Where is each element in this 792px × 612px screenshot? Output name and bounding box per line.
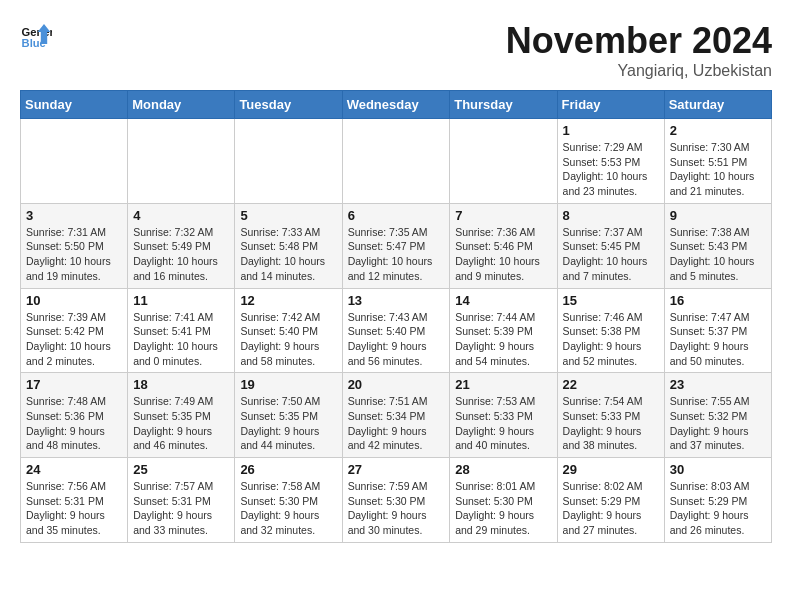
calendar-cell: 29Sunrise: 8:02 AM Sunset: 5:29 PM Dayli… [557,458,664,543]
day-info: Sunrise: 7:35 AM Sunset: 5:47 PM Dayligh… [348,225,445,284]
day-info: Sunrise: 7:55 AM Sunset: 5:32 PM Dayligh… [670,394,766,453]
header-row: SundayMondayTuesdayWednesdayThursdayFrid… [21,91,772,119]
day-number: 4 [133,208,229,223]
calendar-week-row: 3Sunrise: 7:31 AM Sunset: 5:50 PM Daylig… [21,203,772,288]
calendar-cell: 13Sunrise: 7:43 AM Sunset: 5:40 PM Dayli… [342,288,450,373]
day-number: 22 [563,377,659,392]
day-info: Sunrise: 7:36 AM Sunset: 5:46 PM Dayligh… [455,225,551,284]
title-block: November 2024 Yangiariq, Uzbekistan [506,20,772,80]
calendar-cell [128,119,235,204]
weekday-header: Tuesday [235,91,342,119]
day-info: Sunrise: 7:42 AM Sunset: 5:40 PM Dayligh… [240,310,336,369]
day-info: Sunrise: 7:38 AM Sunset: 5:43 PM Dayligh… [670,225,766,284]
day-number: 14 [455,293,551,308]
month-title: November 2024 [506,20,772,62]
weekday-header: Friday [557,91,664,119]
day-number: 25 [133,462,229,477]
day-number: 26 [240,462,336,477]
calendar-cell: 4Sunrise: 7:32 AM Sunset: 5:49 PM Daylig… [128,203,235,288]
logo-icon: General Blue [20,20,52,52]
day-number: 16 [670,293,766,308]
day-number: 9 [670,208,766,223]
day-info: Sunrise: 7:56 AM Sunset: 5:31 PM Dayligh… [26,479,122,538]
day-number: 8 [563,208,659,223]
day-info: Sunrise: 7:50 AM Sunset: 5:35 PM Dayligh… [240,394,336,453]
day-info: Sunrise: 8:02 AM Sunset: 5:29 PM Dayligh… [563,479,659,538]
calendar-cell: 21Sunrise: 7:53 AM Sunset: 5:33 PM Dayli… [450,373,557,458]
calendar-cell [342,119,450,204]
day-info: Sunrise: 7:44 AM Sunset: 5:39 PM Dayligh… [455,310,551,369]
calendar-week-row: 1Sunrise: 7:29 AM Sunset: 5:53 PM Daylig… [21,119,772,204]
day-info: Sunrise: 7:43 AM Sunset: 5:40 PM Dayligh… [348,310,445,369]
weekday-header: Thursday [450,91,557,119]
calendar-cell: 11Sunrise: 7:41 AM Sunset: 5:41 PM Dayli… [128,288,235,373]
day-number: 30 [670,462,766,477]
calendar-cell [21,119,128,204]
day-info: Sunrise: 7:32 AM Sunset: 5:49 PM Dayligh… [133,225,229,284]
day-number: 18 [133,377,229,392]
weekday-header: Sunday [21,91,128,119]
calendar-cell: 10Sunrise: 7:39 AM Sunset: 5:42 PM Dayli… [21,288,128,373]
calendar-cell: 7Sunrise: 7:36 AM Sunset: 5:46 PM Daylig… [450,203,557,288]
day-info: Sunrise: 7:30 AM Sunset: 5:51 PM Dayligh… [670,140,766,199]
day-info: Sunrise: 7:53 AM Sunset: 5:33 PM Dayligh… [455,394,551,453]
day-number: 19 [240,377,336,392]
day-info: Sunrise: 7:31 AM Sunset: 5:50 PM Dayligh… [26,225,122,284]
day-number: 20 [348,377,445,392]
calendar-table: SundayMondayTuesdayWednesdayThursdayFrid… [20,90,772,543]
day-info: Sunrise: 7:58 AM Sunset: 5:30 PM Dayligh… [240,479,336,538]
calendar-body: 1Sunrise: 7:29 AM Sunset: 5:53 PM Daylig… [21,119,772,543]
day-number: 6 [348,208,445,223]
calendar-week-row: 10Sunrise: 7:39 AM Sunset: 5:42 PM Dayli… [21,288,772,373]
day-info: Sunrise: 7:59 AM Sunset: 5:30 PM Dayligh… [348,479,445,538]
day-info: Sunrise: 8:03 AM Sunset: 5:29 PM Dayligh… [670,479,766,538]
calendar-cell: 1Sunrise: 7:29 AM Sunset: 5:53 PM Daylig… [557,119,664,204]
day-number: 23 [670,377,766,392]
calendar-cell: 26Sunrise: 7:58 AM Sunset: 5:30 PM Dayli… [235,458,342,543]
calendar-cell: 8Sunrise: 7:37 AM Sunset: 5:45 PM Daylig… [557,203,664,288]
calendar-cell: 5Sunrise: 7:33 AM Sunset: 5:48 PM Daylig… [235,203,342,288]
calendar-cell: 15Sunrise: 7:46 AM Sunset: 5:38 PM Dayli… [557,288,664,373]
calendar-cell: 2Sunrise: 7:30 AM Sunset: 5:51 PM Daylig… [664,119,771,204]
calendar-cell: 19Sunrise: 7:50 AM Sunset: 5:35 PM Dayli… [235,373,342,458]
day-info: Sunrise: 7:57 AM Sunset: 5:31 PM Dayligh… [133,479,229,538]
day-number: 3 [26,208,122,223]
day-info: Sunrise: 7:49 AM Sunset: 5:35 PM Dayligh… [133,394,229,453]
day-number: 7 [455,208,551,223]
day-number: 24 [26,462,122,477]
day-info: Sunrise: 7:48 AM Sunset: 5:36 PM Dayligh… [26,394,122,453]
day-info: Sunrise: 7:41 AM Sunset: 5:41 PM Dayligh… [133,310,229,369]
calendar-cell: 3Sunrise: 7:31 AM Sunset: 5:50 PM Daylig… [21,203,128,288]
calendar-cell: 6Sunrise: 7:35 AM Sunset: 5:47 PM Daylig… [342,203,450,288]
calendar-cell: 12Sunrise: 7:42 AM Sunset: 5:40 PM Dayli… [235,288,342,373]
day-number: 11 [133,293,229,308]
day-number: 15 [563,293,659,308]
calendar-week-row: 17Sunrise: 7:48 AM Sunset: 5:36 PM Dayli… [21,373,772,458]
calendar-cell: 16Sunrise: 7:47 AM Sunset: 5:37 PM Dayli… [664,288,771,373]
day-info: Sunrise: 7:33 AM Sunset: 5:48 PM Dayligh… [240,225,336,284]
day-info: Sunrise: 7:39 AM Sunset: 5:42 PM Dayligh… [26,310,122,369]
day-info: Sunrise: 7:51 AM Sunset: 5:34 PM Dayligh… [348,394,445,453]
day-number: 1 [563,123,659,138]
day-info: Sunrise: 7:47 AM Sunset: 5:37 PM Dayligh… [670,310,766,369]
calendar-cell: 25Sunrise: 7:57 AM Sunset: 5:31 PM Dayli… [128,458,235,543]
day-number: 13 [348,293,445,308]
calendar-cell: 30Sunrise: 8:03 AM Sunset: 5:29 PM Dayli… [664,458,771,543]
day-number: 12 [240,293,336,308]
day-info: Sunrise: 7:54 AM Sunset: 5:33 PM Dayligh… [563,394,659,453]
calendar-cell: 24Sunrise: 7:56 AM Sunset: 5:31 PM Dayli… [21,458,128,543]
day-number: 27 [348,462,445,477]
calendar-cell: 22Sunrise: 7:54 AM Sunset: 5:33 PM Dayli… [557,373,664,458]
day-number: 28 [455,462,551,477]
day-info: Sunrise: 8:01 AM Sunset: 5:30 PM Dayligh… [455,479,551,538]
calendar-cell: 20Sunrise: 7:51 AM Sunset: 5:34 PM Dayli… [342,373,450,458]
calendar-header: SundayMondayTuesdayWednesdayThursdayFrid… [21,91,772,119]
calendar-cell [235,119,342,204]
calendar-cell: 14Sunrise: 7:44 AM Sunset: 5:39 PM Dayli… [450,288,557,373]
page-header: General Blue November 2024 Yangiariq, Uz… [20,20,772,80]
day-number: 5 [240,208,336,223]
day-number: 10 [26,293,122,308]
calendar-cell: 17Sunrise: 7:48 AM Sunset: 5:36 PM Dayli… [21,373,128,458]
day-number: 17 [26,377,122,392]
calendar-cell [450,119,557,204]
